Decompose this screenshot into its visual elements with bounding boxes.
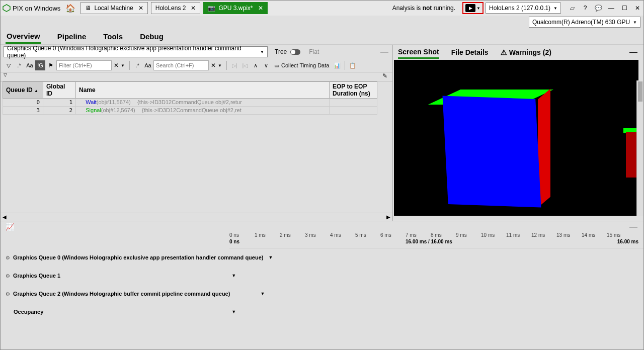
play-dropdown[interactable]: ▼ [476, 6, 480, 11]
screenshot-view [394, 60, 638, 216]
warning-icon: ⚠ [501, 48, 507, 56]
invert-toggle[interactable]: !G [35, 60, 45, 70]
tab-warnings[interactable]: ⚠Warnings (2) [501, 47, 551, 58]
chevron-down-icon[interactable]: ▼ [231, 309, 236, 314]
timeline-row-queue2[interactable]: ⚙ Graphics Queue 2 (Windows Holographic … [1, 285, 643, 303]
chevron-down-icon[interactable]: ▼ [231, 273, 236, 278]
collapse-timeline[interactable]: — [628, 222, 638, 231]
target-device-combo[interactable]: HoloLens 2 (127.0.0.1)▼ [486, 3, 561, 14]
clear-filter-button[interactable]: ✕ [112, 62, 120, 69]
close-icon[interactable]: ✕ [258, 5, 263, 12]
menu-tools[interactable]: Tools [102, 30, 124, 43]
monitor-icon: 🖥 [85, 5, 91, 12]
stats-icon[interactable]: 📊 [332, 60, 342, 70]
regex-toggle[interactable]: .* [14, 60, 24, 70]
tab-label: Local Machine [94, 5, 133, 12]
tab-hololens[interactable]: HoloLens 2 ✕ [151, 2, 201, 14]
v-scrollbar[interactable] [636, 80, 643, 216]
feedback-icon[interactable]: ▱ [568, 4, 576, 12]
camera-icon: 📷 [208, 5, 215, 12]
help-icon[interactable]: ? [581, 4, 589, 12]
expand-toggle[interactable]: ▽ ✎ [1, 72, 392, 81]
search-input[interactable] [153, 60, 209, 70]
cube-front-face [443, 96, 541, 207]
maximize-button[interactable]: ☐ [620, 4, 628, 12]
col-eop[interactable]: EOP to EOP Duration (ns) [330, 82, 377, 99]
chat-icon[interactable]: 💬 [594, 4, 602, 12]
flat-label: Flat [309, 48, 319, 55]
chevron-down-icon[interactable]: ▼ [260, 291, 265, 296]
chevron-down-icon: ▼ [633, 20, 637, 25]
timeline-row-queue1[interactable]: ⚙ Graphics Queue 1 ▼ [1, 267, 643, 285]
down-button[interactable]: ∨ [261, 60, 271, 70]
col-name[interactable]: Name [76, 82, 330, 99]
filter-history-dropdown[interactable]: ▼ [121, 63, 127, 68]
clipboard-icon[interactable]: 📋 [348, 60, 358, 70]
tab-screenshot[interactable]: Screen Shot [398, 46, 439, 59]
filter-icon[interactable]: ▽ [4, 60, 14, 70]
edit-icon[interactable]: ✎ [382, 72, 387, 79]
collect-timing-button[interactable]: ▭ Collect Timing Data [272, 60, 332, 70]
regex-toggle-2[interactable]: .* [132, 60, 142, 70]
minimize-button[interactable]: — [607, 4, 615, 12]
tab-file-details[interactable]: File Details [451, 47, 489, 58]
svg-marker-0 [3, 5, 10, 12]
clear-search-button[interactable]: ✕ [209, 62, 217, 69]
menu-pipeline[interactable]: Pipeline [56, 30, 88, 43]
chart-icon[interactable]: 📈 [6, 223, 14, 231]
events-table: Queue ID ▲ Global ID Name EOP to EOP Dur… [3, 81, 377, 115]
h-scrollbar[interactable]: ◀ ▶ [1, 213, 392, 221]
table-row[interactable]: 3 2 Signal(obj#12,5674) {this->ID3D12Com… [3, 107, 377, 115]
tab-label: HoloLens 2 [155, 5, 186, 12]
gear-icon[interactable]: ⚙ [6, 291, 10, 297]
close-button[interactable]: ✕ [633, 4, 641, 12]
flag-icon[interactable]: ⚑ [46, 60, 56, 70]
tree-flat-toggle[interactable] [290, 49, 300, 55]
tree-label: Tree [275, 48, 287, 55]
scroll-left-icon[interactable]: ◀ [1, 214, 9, 220]
queue-combo[interactable]: Graphics Queue 0 (Windows Holographic ex… [4, 46, 268, 57]
close-icon[interactable]: ✕ [191, 5, 196, 12]
case-toggle[interactable]: Aa [25, 60, 35, 70]
timeline-ruler[interactable]: 0 ns 1 ms 2 ms 3 ms 4 ms 5 ms 6 ms 7 ms … [229, 232, 643, 248]
close-icon[interactable]: ✕ [138, 5, 143, 12]
menu-debug[interactable]: Debug [139, 30, 165, 43]
col-queue-id[interactable]: Queue ID ▲ [3, 82, 43, 99]
menu-overview[interactable]: Overview [6, 30, 41, 44]
collapse-pane-button[interactable]: — [379, 47, 389, 56]
play-button[interactable]: ▶ [465, 4, 475, 12]
search-history-dropdown[interactable]: ▼ [218, 63, 224, 68]
up-button[interactable]: ∧ [251, 60, 261, 70]
gpu-combo[interactable]: Qualcomm(R) Adreno(TM) 630 GPU▼ [529, 17, 640, 28]
col-global-id[interactable]: Global ID [43, 82, 76, 99]
next-result-button[interactable]: ▷| [229, 60, 239, 70]
tab-gpu-capture[interactable]: 📷 GPU 3.wpix* ✕ [203, 2, 267, 14]
timeline-row-occupancy[interactable]: Occupancy ▼ [1, 303, 643, 321]
table-row[interactable]: 0 1 Wait(obj#11,5674) {this->ID3D12Comma… [3, 99, 377, 107]
filter-input[interactable] [56, 60, 112, 70]
case-toggle-2[interactable]: Aa [143, 60, 153, 70]
scroll-right-icon[interactable]: ▶ [384, 214, 392, 220]
chevron-down-icon: ▼ [260, 50, 264, 54]
prev-result-button[interactable]: |◁ [240, 60, 250, 70]
tab-local-machine[interactable]: 🖥 Local Machine ✕ [80, 2, 147, 14]
tab-label: GPU 3.wpix* [218, 5, 253, 12]
app-icon [3, 4, 11, 12]
main-menu: Overview Pipeline Tools Debug [1, 29, 643, 45]
app-title: PIX on Windows [13, 5, 60, 12]
gear-icon[interactable]: ⚙ [6, 273, 10, 279]
home-icon[interactable]: 🏠 [65, 4, 75, 13]
timeline-row-queue0[interactable]: ⚙ Graphics Queue 0 (Windows Holographic … [1, 248, 643, 267]
chevron-down-icon[interactable]: ▼ [268, 255, 273, 260]
play-analysis-highlight: ▶ ▼ [462, 2, 484, 14]
gear-icon[interactable]: ⚙ [6, 255, 10, 260]
collapse-right-pane[interactable]: — [628, 48, 638, 57]
analysis-status: Analysis is not running. [392, 5, 455, 12]
chevron-down-icon: ▼ [553, 6, 557, 11]
